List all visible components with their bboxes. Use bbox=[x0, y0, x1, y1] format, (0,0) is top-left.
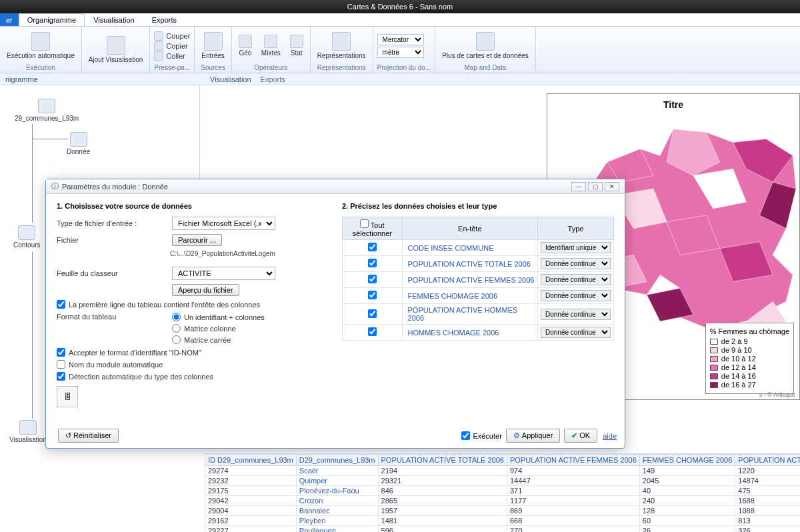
execute-checkbox[interactable] bbox=[461, 431, 470, 440]
layers-icon bbox=[107, 36, 125, 55]
mixtes-button[interactable]: Mixtes bbox=[259, 33, 283, 58]
format-col-matrix-radio[interactable] bbox=[172, 324, 181, 333]
format-id-cols-radio[interactable] bbox=[172, 313, 181, 321]
ok-button[interactable]: ✔OK bbox=[564, 429, 597, 443]
grid-header[interactable]: POPULATION ACTIVE FEMMES 2006 bbox=[507, 455, 639, 466]
dialog-titlebar: ⓘ Paramètres du module : Donnée — ▢ ✕ bbox=[46, 179, 625, 194]
table-row[interactable]: 29042Crozon286511772401688152 bbox=[205, 496, 801, 506]
table-row[interactable]: 29175Plonévez-du-Faou8463714047524 bbox=[205, 486, 801, 496]
column-label: POPULATION ACTIVE HOMMES 2006 bbox=[402, 304, 538, 325]
table-row[interactable]: 29004Bannalec19578691281088102 bbox=[205, 506, 801, 516]
idnom-checkbox[interactable] bbox=[57, 348, 65, 357]
subtab-exports[interactable]: Exports bbox=[261, 75, 285, 83]
column-label: FEMMES CHOMAGE 2006 bbox=[402, 288, 538, 304]
subtab-organigramme[interactable]: nigramme bbox=[5, 75, 38, 83]
ribbon-tab-visualisation[interactable]: Visualisation bbox=[85, 13, 143, 26]
copy-icon bbox=[154, 41, 163, 51]
node-donnee[interactable]: Donnée bbox=[67, 132, 90, 155]
column-checkbox[interactable] bbox=[368, 309, 377, 318]
grid-header[interactable]: POPULATION ACTIVE TOTALE 2006 bbox=[378, 455, 507, 466]
exec-auto-button[interactable]: Exécution automatique bbox=[4, 31, 77, 61]
projection-select[interactable]: Mercator bbox=[377, 34, 424, 45]
browse-button[interactable]: Parcourir ... bbox=[172, 234, 222, 246]
select-all-checkbox[interactable] bbox=[360, 219, 369, 228]
more-maps-button[interactable]: Plus de cartes et de données bbox=[439, 31, 531, 61]
subtab-visualisation[interactable]: Visualisation bbox=[210, 75, 251, 83]
geo-button[interactable]: Géo bbox=[236, 33, 255, 58]
grid-header[interactable]: POPULATION ACTIVE HOMMES 2006 bbox=[735, 455, 800, 466]
ribbon-tabs: er Organigramme Visualisation Exports bbox=[0, 13, 800, 27]
scissors-icon bbox=[154, 31, 163, 41]
ribbon: Exécution automatique Exécution Ajout Vi… bbox=[0, 27, 800, 73]
table-row[interactable]: 29232Quimper29321144472045148741761 bbox=[205, 476, 801, 486]
sql-button[interactable]: 🗄 bbox=[57, 386, 78, 407]
database-icon: 🗄 bbox=[64, 393, 71, 401]
monitor-icon bbox=[19, 420, 37, 435]
column-checkbox[interactable] bbox=[368, 275, 377, 283]
columns-table: Tout sélectionner En-tête Type CODE INSE… bbox=[342, 217, 614, 341]
representations-button[interactable]: Représentations bbox=[315, 31, 369, 61]
column-checkbox[interactable] bbox=[368, 259, 377, 267]
maximize-button[interactable]: ▢ bbox=[588, 182, 603, 191]
column-type-select[interactable]: Donnée continue bbox=[541, 258, 611, 269]
module-params-dialog: ⓘ Paramètres du module : Donnée — ▢ ✕ 1.… bbox=[45, 179, 625, 449]
paste-button[interactable]: Coller bbox=[154, 51, 190, 61]
column-checkbox[interactable] bbox=[368, 327, 377, 336]
apply-button[interactable]: ⚙Appliquer bbox=[506, 429, 560, 443]
ribbon-tab-organigramme[interactable]: Organigramme bbox=[19, 13, 85, 26]
app-title: Cartes & Données 6 - Sans nom bbox=[347, 3, 453, 11]
cut-button[interactable]: Couper bbox=[154, 31, 190, 41]
column-type-select[interactable]: Donnée continue bbox=[541, 327, 611, 338]
detect-checkbox[interactable] bbox=[57, 372, 65, 381]
add-visualisation-button[interactable]: Ajout Visualisation bbox=[86, 35, 146, 65]
column-checkbox[interactable] bbox=[368, 243, 377, 251]
map-credit: s - © Articque bbox=[759, 391, 795, 398]
info-icon: ⓘ bbox=[51, 181, 59, 191]
column-type-select[interactable]: Donnée continue bbox=[541, 274, 611, 285]
table-row[interactable]: 29274Scaër2194974149122097 bbox=[205, 466, 801, 476]
column-label: CODE INSEE COMMUNE bbox=[402, 240, 538, 256]
subtabs-right: Visualisation Exports bbox=[205, 73, 798, 85]
sigma-icon bbox=[264, 35, 277, 48]
map-title: Titre bbox=[547, 94, 799, 115]
table-row[interactable]: 29162Pleyben14816686081345 bbox=[205, 516, 801, 526]
preview-button[interactable]: Aperçu du fichier bbox=[172, 284, 239, 296]
chart-icon bbox=[332, 32, 351, 51]
column-type-select[interactable]: Donnée continue bbox=[541, 309, 611, 320]
sheet-select[interactable]: ACTIVITE bbox=[172, 267, 275, 280]
plus-icon bbox=[204, 32, 223, 51]
file-path: C:\...\D29_PopulationActiviteLogem bbox=[170, 250, 329, 257]
header-checkbox[interactable] bbox=[57, 300, 65, 309]
play-icon bbox=[31, 32, 50, 51]
ribbon-tab-exports[interactable]: Exports bbox=[143, 13, 185, 26]
map-legend: % Femmes au chômage de 2 à 9de 9 à 10de … bbox=[705, 323, 794, 394]
minimize-button[interactable]: — bbox=[571, 182, 586, 191]
paste-icon bbox=[154, 51, 163, 61]
unit-select[interactable]: mètre bbox=[377, 47, 424, 58]
file-type-select[interactable]: Fichier Microsoft Excel (.xls, .xlsx, bbox=[172, 217, 275, 230]
grid-header[interactable]: ID D29_communes_L93m bbox=[205, 455, 297, 466]
titlebar: Cartes & Données 6 - Sans nom bbox=[0, 0, 800, 13]
stat-button[interactable]: Stat bbox=[287, 33, 306, 58]
ribbon-tab-file[interactable]: er bbox=[0, 13, 19, 26]
geo-icon bbox=[239, 35, 252, 48]
help-link[interactable]: aide bbox=[603, 432, 617, 440]
format-sq-matrix-radio[interactable] bbox=[172, 335, 181, 344]
map-icon bbox=[18, 225, 35, 240]
entries-button[interactable]: Entrées bbox=[199, 31, 227, 61]
node-contours[interactable]: Contours bbox=[13, 225, 41, 249]
grid-icon bbox=[70, 132, 87, 147]
reset-button[interactable]: ↺ Réinitialiser bbox=[58, 429, 119, 443]
copy-button[interactable]: Copier bbox=[154, 41, 190, 51]
node-visualisation[interactable]: Visualisation bbox=[9, 420, 47, 443]
node-communes[interactable]: 29_communes_L93m bbox=[15, 99, 79, 122]
table-row[interactable]: 29227Poullaouen5962702632623 bbox=[205, 526, 801, 533]
column-checkbox[interactable] bbox=[368, 291, 377, 299]
column-type-select[interactable]: Identifiant unique bbox=[541, 242, 611, 253]
close-button[interactable]: ✕ bbox=[605, 182, 619, 191]
grid-header[interactable]: FEMMES CHOMAGE 2006 bbox=[639, 455, 735, 466]
column-type-select[interactable]: Donnée continue bbox=[541, 290, 611, 301]
data-grid[interactable]: ID D29_communes_L93mD29_communes_L93mPOP… bbox=[205, 453, 800, 532]
modname-checkbox[interactable] bbox=[57, 360, 65, 369]
grid-header[interactable]: D29_communes_L93m bbox=[296, 455, 378, 466]
